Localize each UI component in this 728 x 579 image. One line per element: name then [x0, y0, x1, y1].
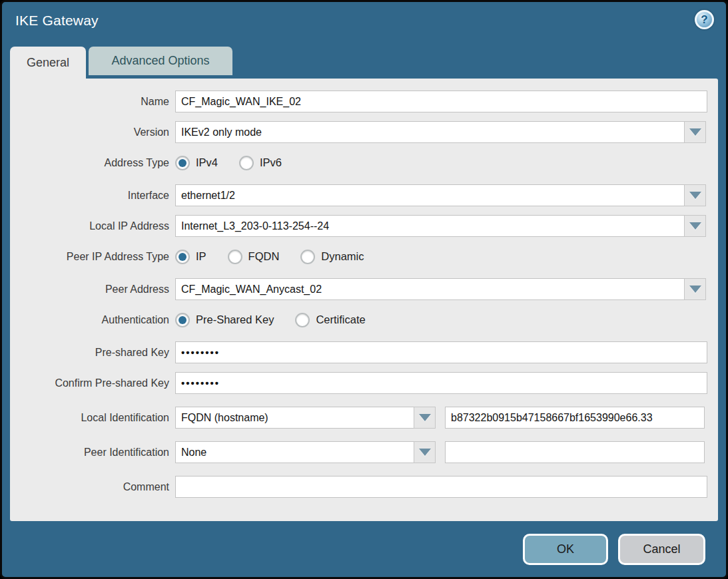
radio-option-dynamic[interactable]: Dynamic	[300, 250, 364, 264]
radio-ipv6-label: IPv6	[260, 156, 282, 169]
chevron-down-icon	[689, 128, 701, 136]
row-version: Version	[10, 121, 718, 143]
local-identification-type-dropdown	[175, 407, 436, 429]
address-type-radio-group: IPv4 IPv6	[175, 156, 303, 170]
row-comment: Comment	[10, 476, 718, 498]
peer-ip-type-radio-group: IP FQDN Dynamic	[175, 250, 386, 264]
interface-dropdown-button[interactable]	[684, 184, 706, 206]
peer-address-input[interactable]	[175, 278, 684, 300]
dialog-footer: OK Cancel	[2, 521, 726, 577]
row-address-type: Address Type IPv4 IPv6	[10, 152, 718, 174]
radio-fqdn[interactable]	[228, 250, 242, 264]
cancel-button[interactable]: Cancel	[618, 534, 705, 565]
tab-advanced-options[interactable]: Advanced Options	[89, 47, 232, 75]
preshared-key-label: Pre-shared Key	[10, 347, 175, 359]
authentication-label: Authentication	[10, 314, 175, 326]
row-preshared-key: Pre-shared Key	[10, 341, 718, 363]
local-identification-type-input[interactable]	[175, 407, 414, 429]
interface-input[interactable]	[175, 184, 684, 206]
row-local-identification: Local Identification	[10, 407, 718, 429]
local-ip-address-input[interactable]	[175, 215, 684, 237]
peer-ip-address-type-label: Peer IP Address Type	[10, 251, 175, 263]
row-peer-identification: Peer Identification	[10, 441, 718, 463]
row-peer-ip-address-type: Peer IP Address Type IP FQDN Dynamic	[10, 246, 718, 268]
peer-identification-label: Peer Identification	[10, 447, 175, 459]
row-name: Name	[10, 91, 718, 112]
interface-dropdown	[175, 184, 706, 206]
local-ip-address-dropdown-button[interactable]	[684, 215, 706, 237]
radio-pre-shared-key-label: Pre-Shared Key	[196, 313, 274, 326]
titlebar: IKE Gateway ?	[2, 2, 726, 43]
confirm-preshared-key-input[interactable]	[175, 372, 707, 394]
radio-fqdn-label: FQDN	[248, 250, 280, 263]
radio-dynamic-label: Dynamic	[321, 250, 364, 263]
peer-identification-type-input[interactable]	[175, 441, 414, 463]
radio-option-ipv6[interactable]: IPv6	[239, 156, 282, 170]
interface-label: Interface	[10, 190, 175, 202]
row-confirm-preshared-key: Confirm Pre-shared Key	[10, 372, 718, 394]
radio-option-ipv4[interactable]: IPv4	[175, 156, 218, 170]
radio-ip-label: IP	[196, 250, 206, 263]
radio-ipv6[interactable]	[239, 156, 254, 170]
local-identification-dropdown-button[interactable]	[414, 407, 436, 429]
peer-identification-value-input[interactable]	[445, 441, 705, 463]
ike-gateway-dialog: IKE Gateway ? General Advanced Options N…	[0, 0, 728, 579]
comment-label: Comment	[10, 481, 175, 493]
name-input[interactable]	[175, 91, 707, 112]
preshared-key-input[interactable]	[175, 341, 707, 363]
version-input[interactable]	[175, 121, 684, 143]
version-dropdown-button[interactable]	[684, 121, 706, 143]
radio-ipv4[interactable]	[175, 156, 190, 170]
radio-certificate-label: Certificate	[316, 313, 365, 326]
help-icon[interactable]: ?	[695, 10, 714, 29]
chevron-down-icon	[419, 414, 431, 421]
radio-dynamic[interactable]	[300, 250, 315, 264]
peer-address-dropdown	[175, 278, 706, 300]
row-authentication: Authentication Pre-Shared Key Certificat…	[10, 309, 718, 331]
chevron-down-icon	[689, 222, 701, 230]
radio-option-pre-shared-key[interactable]: Pre-Shared Key	[175, 313, 274, 327]
ok-button[interactable]: OK	[523, 534, 608, 565]
address-type-label: Address Type	[10, 157, 175, 169]
local-identification-value-input[interactable]	[445, 407, 705, 429]
row-interface: Interface	[10, 184, 718, 206]
radio-certificate[interactable]	[295, 313, 310, 327]
tab-general[interactable]: General	[10, 47, 86, 79]
local-identification-label: Local Identification	[10, 412, 175, 424]
radio-ipv4-label: IPv4	[196, 156, 218, 169]
peer-address-dropdown-button[interactable]	[684, 278, 706, 300]
chevron-down-icon	[419, 449, 431, 456]
peer-identification-type-dropdown	[175, 441, 436, 463]
radio-option-certificate[interactable]: Certificate	[295, 313, 365, 327]
authentication-radio-group: Pre-Shared Key Certificate	[175, 313, 387, 327]
dialog-title: IKE Gateway	[15, 13, 99, 29]
comment-input[interactable]	[175, 476, 707, 498]
radio-option-ip[interactable]: IP	[175, 250, 206, 264]
name-label: Name	[10, 96, 175, 108]
peer-address-label: Peer Address	[10, 284, 175, 295]
chevron-down-icon	[689, 286, 701, 293]
general-tab-panel: Name Version Address Type IPv4	[10, 79, 718, 521]
version-dropdown	[175, 121, 706, 143]
row-local-ip-address: Local IP Address	[10, 215, 718, 237]
radio-option-fqdn[interactable]: FQDN	[228, 250, 280, 264]
radio-ip[interactable]	[175, 250, 190, 264]
radio-pre-shared-key[interactable]	[175, 313, 190, 327]
confirm-preshared-key-label: Confirm Pre-shared Key	[10, 377, 175, 389]
local-ip-address-dropdown	[175, 215, 706, 237]
local-ip-address-label: Local IP Address	[10, 220, 175, 232]
chevron-down-icon	[689, 192, 701, 199]
peer-identification-dropdown-button[interactable]	[414, 441, 436, 463]
version-label: Version	[10, 126, 175, 138]
row-peer-address: Peer Address	[10, 278, 718, 300]
